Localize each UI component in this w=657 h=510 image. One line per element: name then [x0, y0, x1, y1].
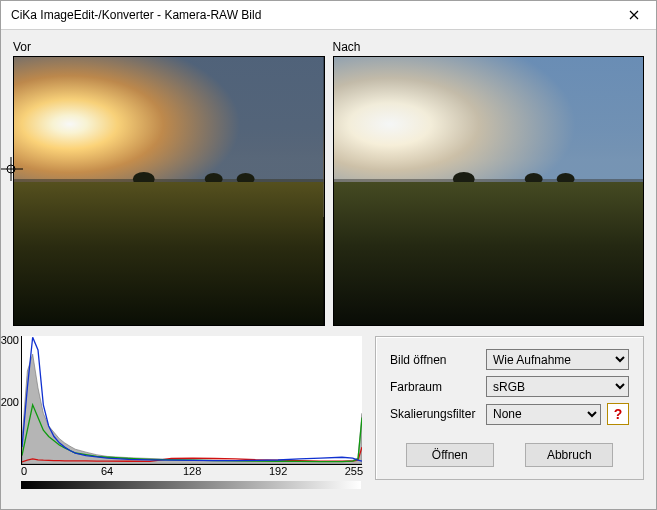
- preview-row: Vor: [13, 40, 644, 326]
- histogram-area: 30.300 15.200 0 64 128 192 255: [13, 336, 363, 489]
- app-window: CiKa ImageEdit-/Konverter - Kamera-RAW B…: [0, 0, 657, 510]
- scalefilter-select[interactable]: None: [486, 404, 601, 425]
- hist-xtick: 128: [183, 465, 201, 477]
- histogram-gradient-bar: [21, 481, 361, 489]
- open-button[interactable]: Öffnen: [406, 443, 494, 467]
- close-icon: [629, 10, 639, 20]
- colorspace-select[interactable]: sRGB: [486, 376, 629, 397]
- cancel-button[interactable]: Abbruch: [525, 443, 613, 467]
- bottom-row: 30.300 15.200 0 64 128 192 255 Bild öffn…: [13, 336, 644, 489]
- client-area: Vor: [1, 30, 656, 499]
- sunset-before-icon: [14, 57, 324, 325]
- hist-ylabel-mid: 15.200: [0, 396, 19, 408]
- histogram-chart-icon: [22, 336, 362, 464]
- row-scalefilter: Skalierungsfilter None ?: [390, 403, 629, 425]
- hist-xtick: 192: [269, 465, 287, 477]
- histogram-canvas[interactable]: [21, 336, 362, 465]
- hist-xtick: 0: [21, 465, 27, 477]
- window-title: CiKa ImageEdit-/Konverter - Kamera-RAW B…: [11, 8, 612, 22]
- after-image[interactable]: [333, 56, 645, 326]
- after-label: Nach: [333, 40, 645, 54]
- title-bar: CiKa ImageEdit-/Konverter - Kamera-RAW B…: [1, 1, 656, 30]
- hist-xtick: 64: [101, 465, 113, 477]
- open-image-label: Bild öffnen: [390, 353, 480, 367]
- hist-ylabel-top: 30.300: [0, 334, 19, 346]
- sunset-after-icon: [334, 57, 644, 325]
- button-row: Öffnen Abbruch: [390, 443, 629, 467]
- before-column: Vor: [13, 40, 325, 326]
- svg-rect-9: [14, 182, 324, 325]
- colorspace-label: Farbraum: [390, 380, 480, 394]
- hist-xtick: 255: [345, 465, 363, 477]
- before-image[interactable]: [13, 56, 325, 326]
- question-mark-icon: ?: [614, 406, 623, 422]
- row-open-image: Bild öffnen Wie Aufnahme: [390, 349, 629, 370]
- row-colorspace: Farbraum sRGB: [390, 376, 629, 397]
- svg-rect-16: [334, 182, 644, 325]
- open-image-select[interactable]: Wie Aufnahme: [486, 349, 629, 370]
- help-button[interactable]: ?: [607, 403, 629, 425]
- after-column: Nach: [333, 40, 645, 326]
- scalefilter-label: Skalierungsfilter: [390, 407, 480, 421]
- before-label: Vor: [13, 40, 325, 54]
- close-button[interactable]: [612, 1, 656, 29]
- settings-panel: Bild öffnen Wie Aufnahme Farbraum sRGB S…: [375, 336, 644, 480]
